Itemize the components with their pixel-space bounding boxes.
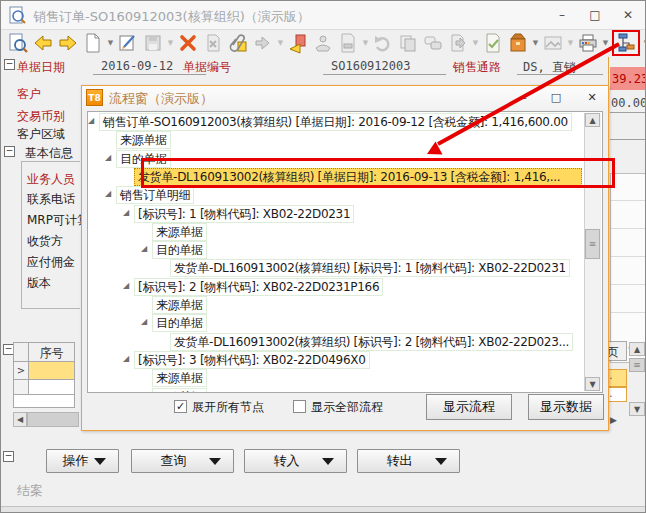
undo-icon[interactable] — [372, 32, 394, 54]
print-dropdown-icon[interactable]: ▼ — [602, 39, 609, 47]
verify-icon[interactable] — [482, 32, 504, 54]
comment-icon[interactable] — [422, 32, 444, 54]
print-icon[interactable] — [577, 32, 599, 54]
tree-node-label[interactable]: 发货单-DL160913002(核算组织) [标识号]: 2 [物料代码]: X… — [170, 333, 573, 351]
show-full-flow-label: 显示全部流程 — [311, 399, 383, 416]
stamp-document-icon[interactable] — [337, 32, 359, 54]
minimize-button[interactable]: – — [551, 7, 573, 23]
grid-row-selector[interactable] — [13, 379, 29, 395]
new-document-icon[interactable] — [82, 32, 104, 54]
grid-row[interactable] — [28, 379, 75, 395]
forward-document-icon[interactable] — [447, 32, 469, 54]
query-button[interactable]: 查询 — [131, 449, 234, 473]
grid-hscrollbar[interactable] — [27, 412, 79, 427]
delete-icon[interactable] — [177, 32, 199, 54]
tree-node-label[interactable]: 来源单据 — [152, 369, 207, 387]
forward-icon[interactable] — [57, 32, 79, 54]
tree-node-label[interactable]: 销售订单明细 — [116, 186, 194, 204]
tree-row: ◢[标识号]: 1 [物料代码]: XB02-22D0231 — [88, 205, 602, 223]
transfer-dropdown-icon[interactable]: ▼ — [277, 39, 284, 47]
tree-node-label[interactable]: 目的单据 — [152, 241, 207, 259]
view-document-icon[interactable] — [7, 32, 29, 54]
field-value-docno[interactable]: SO160912003 — [331, 59, 410, 73]
tree-node-label[interactable]: 发货单-DL160913002(核算组织) [标识号]: 1 [物料代码]: X… — [170, 259, 570, 277]
tree-scroll-down-icon[interactable]: ▼ — [585, 377, 600, 391]
tree-row: ◢目的单据 — [88, 388, 602, 394]
submit-icon[interactable] — [287, 32, 309, 54]
grid-scroll-down-icon[interactable]: ▼ — [629, 402, 645, 416]
show-flow-button[interactable]: 显示流程 — [426, 394, 512, 420]
field-value-docdate[interactable]: 2016-09-12 — [101, 59, 173, 73]
archive-icon[interactable] — [507, 32, 529, 54]
audit-icon[interactable] — [312, 32, 334, 54]
stamp-dropdown-icon[interactable]: ▼ — [362, 39, 369, 47]
grid-scroll-thumb[interactable]: ≡ — [629, 358, 645, 372]
collapse-footer-icon[interactable]: − — [3, 451, 14, 462]
tree-expand-icon[interactable]: ◢ — [123, 281, 129, 290]
tree-node-label[interactable]: 发货单-DL160913002(核算组织) [单据日期]: 2016-09-13… — [134, 168, 582, 186]
tree-expand-icon[interactable]: ◢ — [123, 354, 129, 363]
forward-document-dropdown-icon[interactable]: ▼ — [472, 39, 479, 47]
transfer-icon[interactable] — [252, 32, 274, 54]
tree-node-label[interactable]: [标识号]: 2 [物料代码]: XB02-22D0231P166 — [134, 278, 383, 296]
tree-row: ◢目的单据 — [88, 314, 602, 332]
field-underline — [323, 74, 446, 75]
tree-expand-icon[interactable]: ◢ — [88, 116, 94, 125]
image-dropdown-icon[interactable]: ▼ — [567, 39, 574, 47]
tree-expand-icon[interactable]: ◢ — [141, 391, 147, 394]
edit-icon[interactable] — [117, 32, 139, 54]
back-icon[interactable] — [32, 32, 54, 54]
save-icon[interactable] — [142, 32, 164, 54]
tree-node-label[interactable]: 目的单据 — [152, 388, 207, 394]
maximize-button[interactable]: □ — [584, 7, 606, 23]
dialog-title: 流程窗（演示版） — [109, 90, 213, 108]
show-full-flow-checkbox[interactable] — [293, 400, 306, 413]
dialog-minimize-button[interactable]: – — [514, 90, 534, 105]
grid-row[interactable] — [13, 394, 75, 408]
tree-node-label[interactable]: 销售订单-SO160912003(核算组织) [单据日期]: 2016-09-1… — [99, 113, 572, 131]
tree-row: ◢[标识号]: 2 [物料代码]: XB02-22D0231P166 — [88, 278, 602, 296]
tree-row: 发货单-DL160913002(核算组织) [标识号]: 1 [物料代码]: X… — [88, 259, 602, 277]
tree-node-label[interactable]: 目的单据 — [152, 314, 207, 332]
dialog-close-button[interactable]: ✕ — [582, 90, 602, 105]
show-data-button[interactable]: 显示数据 — [528, 394, 604, 420]
dropdown-arrow-icon — [94, 458, 106, 465]
expand-all-checkbox[interactable]: ✓ — [174, 400, 187, 413]
cancel-document-icon[interactable] — [202, 32, 224, 54]
tree-node-label[interactable]: [标识号]: 1 [物料代码]: XB02-22D0231 — [134, 205, 354, 223]
tree-node-label[interactable]: 目的单据 — [116, 150, 171, 168]
new-document-dropdown-icon[interactable]: ▼ — [107, 39, 114, 47]
image-icon[interactable] — [542, 32, 564, 54]
tree-row: ◢销售订单-SO160912003(核算组织) [单据日期]: 2016-09-… — [88, 113, 602, 131]
tree-node-label[interactable]: 来源单据 — [152, 223, 207, 241]
copy-icon[interactable] — [397, 32, 419, 54]
tree-expand-icon[interactable]: ◢ — [141, 317, 147, 326]
tree-node-label[interactable]: [标识号]: 3 [物料代码]: XB02-22D0496X0 — [134, 351, 370, 369]
field-underline — [610, 139, 646, 140]
save-dropdown-icon[interactable]: ▼ — [167, 39, 174, 47]
tree-node-label[interactable]: 来源单据 — [152, 296, 207, 314]
action-button[interactable]: 操作 — [46, 449, 119, 473]
collapse-group-icon[interactable]: − — [4, 146, 15, 157]
tree-node-label[interactable]: 来源单据 — [116, 131, 171, 149]
tree-scroll-thumb[interactable]: ≡ — [585, 229, 600, 259]
tree-expand-icon[interactable]: ◢ — [105, 189, 111, 198]
archive-dropdown-icon[interactable]: ▼ — [532, 39, 539, 47]
grid-scroll-right-icon[interactable]: ▶ — [610, 415, 617, 425]
attachment-icon[interactable] — [227, 32, 249, 54]
transfer-in-button[interactable]: 转入 — [244, 449, 347, 473]
tree-expand-icon[interactable]: ◢ — [141, 244, 147, 253]
transfer-out-button[interactable]: 转出 — [357, 449, 460, 473]
grid-scroll-up-icon[interactable]: ▲ — [629, 342, 645, 356]
collapse-header-icon[interactable]: − — [4, 59, 15, 70]
tree-vscrollbar[interactable]: ▲ ≡ ▼ — [584, 113, 601, 391]
grid-scroll-left-icon[interactable]: ◀ — [13, 412, 27, 427]
grid-row-selected[interactable] — [28, 361, 75, 380]
flow-chart-icon[interactable] — [612, 30, 640, 56]
close-button[interactable]: ✕ — [617, 7, 639, 23]
tree-scroll-up-icon[interactable]: ▲ — [585, 113, 600, 127]
tree-expand-icon[interactable]: ◢ — [105, 153, 111, 162]
tree-row: 发货单-DL160913002(核算组织) [单据日期]: 2016-09-13… — [88, 168, 602, 186]
tree-expand-icon[interactable]: ◢ — [123, 208, 129, 217]
dialog-maximize-button[interactable]: □ — [546, 90, 566, 105]
